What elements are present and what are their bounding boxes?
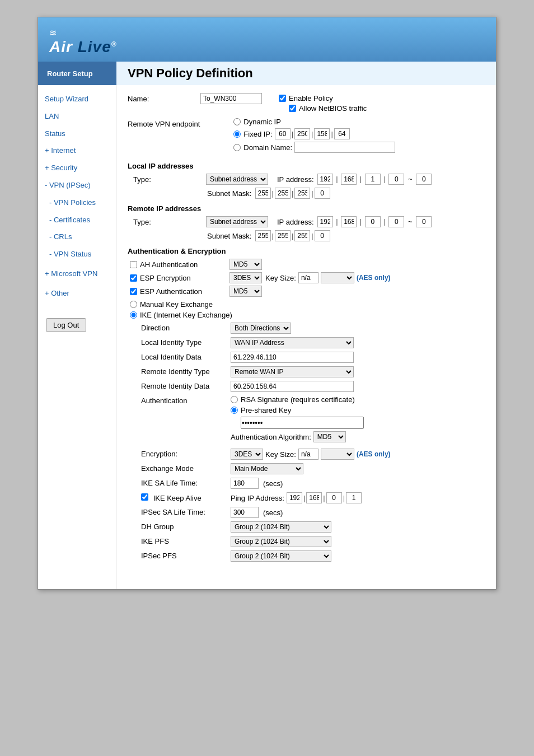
ike-pfs-value: Group 2 (1024 Bit) Group 1 (768 Bit) (231, 536, 331, 547)
ike-radio[interactable] (130, 311, 137, 319)
psk-input[interactable] (241, 417, 364, 429)
sidebar-item-microsoft-vpn[interactable]: + Microsoft VPN (38, 265, 116, 283)
fixed-ip-2[interactable] (294, 128, 310, 139)
remote-mask-1[interactable] (255, 230, 271, 241)
fixed-ip-radio[interactable] (233, 130, 241, 138)
ah-auth-checkbox[interactable] (130, 261, 137, 268)
ping-ip-2[interactable] (306, 492, 322, 503)
esp-auth-checkbox[interactable] (130, 288, 137, 295)
domain-name-input[interactable] (294, 142, 395, 153)
sidebar-item-certificates[interactable]: - Certificates (38, 212, 116, 229)
esp-enc-key-size-select[interactable] (321, 272, 354, 283)
fixed-ip-4[interactable] (334, 128, 350, 139)
sidebar-item-vpn-status[interactable]: - VPN Status (38, 246, 116, 263)
local-identity-data-label: Local Identity Data (141, 352, 231, 361)
logo-air: Air (49, 38, 78, 55)
preshared-radio[interactable] (231, 407, 238, 414)
ike-sa-life-value: (secs) (231, 478, 283, 489)
enc-key-size-select[interactable] (321, 449, 354, 460)
dh-group-label: DH Group (141, 521, 231, 531)
remote-ip-5[interactable] (416, 216, 432, 227)
ping-ip-4[interactable] (346, 492, 362, 503)
enable-policy-checkbox[interactable] (279, 95, 286, 102)
esp-enc-key-size[interactable] (298, 272, 318, 283)
ipsec-sa-secs-label: (secs) (263, 508, 283, 517)
dynamic-ip-radio[interactable] (233, 118, 241, 125)
manual-key-radio[interactable] (130, 301, 137, 308)
logo-live: Live (78, 38, 111, 55)
sidebar-item-status[interactable]: Status (38, 125, 116, 143)
exchange-mode-select[interactable]: Main Mode Aggressive Mode (231, 463, 303, 474)
local-type-select[interactable]: Subnet address (206, 174, 268, 185)
local-mask-label: Subnet Mask: (207, 189, 252, 198)
local-identity-type-select[interactable]: WAN IP Address Remote (231, 337, 354, 348)
rsa-sig-radio[interactable] (231, 396, 238, 403)
ike-sa-life-row: IKE SA Life Time: (secs) (141, 478, 485, 489)
sidebar-item-vpn-policies[interactable]: - VPN Policies (38, 194, 116, 212)
dh-group-select[interactable]: Group 2 (1024 Bit) Group 1 (768 Bit) (231, 521, 331, 533)
enc-key-size-label: Key Size: (265, 450, 296, 459)
ipsec-sa-life-input[interactable] (231, 507, 259, 518)
local-mask-3[interactable] (294, 188, 310, 199)
esp-enc-checkbox[interactable] (130, 274, 137, 282)
local-ip-4[interactable] (388, 174, 404, 185)
remote-ip-3[interactable] (365, 216, 381, 227)
allow-netbios-checkbox[interactable] (289, 105, 296, 112)
sidebar-item-setup-wizard[interactable]: Setup Wizard (38, 91, 116, 108)
header: ≋ Air Live® (38, 17, 496, 62)
enc-key-size-input[interactable] (298, 449, 318, 460)
local-identity-data-input[interactable] (231, 352, 354, 363)
direction-select[interactable]: Both Directions Initiator Responder (231, 323, 291, 334)
local-ip-2[interactable] (341, 174, 357, 185)
logo-antenna-icon: ≋ (49, 27, 57, 38)
sidebar-item-internet[interactable]: + Internet (38, 142, 116, 160)
remote-mask-3[interactable] (294, 230, 310, 241)
ping-ip-3[interactable] (326, 492, 342, 503)
local-ip-5[interactable] (416, 174, 432, 185)
sidebar-item-vpn-ipsec[interactable]: - VPN (IPSec) (38, 177, 116, 194)
ipsec-pfs-label: IPSec PFS (141, 550, 231, 560)
ipsec-pfs-value: Group 2 (1024 Bit) Group 1 (768 Bit) (231, 550, 331, 562)
nav-router-setup[interactable]: Router Setup (38, 62, 116, 85)
local-ip-3[interactable] (365, 174, 381, 185)
local-mask-2[interactable] (275, 188, 291, 199)
sidebar-item-security[interactable]: + Security (38, 160, 116, 177)
ah-auth-select[interactable]: MD5 SHA1 (229, 259, 262, 270)
local-mask-4[interactable] (315, 188, 330, 199)
sidebar-item-other[interactable]: + Other (38, 285, 116, 302)
remote-identity-data-input[interactable] (231, 381, 354, 392)
remote-ip-4[interactable] (388, 216, 404, 227)
fixed-ip-3[interactable] (314, 128, 330, 139)
dynamic-ip-row: Dynamic IP (233, 118, 395, 126)
remote-type-select[interactable]: Subnet address (206, 216, 268, 227)
ike-sa-secs-label: (secs) (263, 479, 283, 488)
esp-auth-select[interactable]: MD5 SHA1 (229, 286, 262, 297)
domain-name-radio[interactable] (233, 144, 241, 151)
fixed-ip-1[interactable] (275, 128, 291, 139)
esp-enc-select[interactable]: 3DES AES (229, 272, 262, 283)
remote-mask-2[interactable] (275, 230, 291, 241)
esp-enc-row: ESP Encryption 3DES AES Key Size: (AES o… (130, 272, 485, 283)
domain-name-label: Domain Name: (243, 143, 292, 152)
remote-mask-label: Subnet Mask: (207, 232, 252, 240)
logout-button[interactable]: Log Out (46, 318, 86, 332)
remote-mask-4[interactable] (315, 230, 330, 241)
ike-sa-life-input[interactable] (231, 478, 259, 489)
local-identity-type-value: WAN IP Address Remote (231, 337, 354, 348)
sidebar-item-crls[interactable]: - CRLs (38, 228, 116, 246)
ipsec-pfs-select[interactable]: Group 2 (1024 Bit) Group 1 (768 Bit) (231, 550, 331, 562)
remote-ip-1[interactable] (317, 216, 333, 227)
ike-pfs-select[interactable]: Group 2 (1024 Bit) Group 1 (768 Bit) (231, 536, 331, 547)
local-mask-1[interactable] (255, 188, 271, 199)
remote-identity-type-select[interactable]: Remote WAN IP (231, 366, 354, 377)
ike-row-main: IKE (Internet Key Exchange) (130, 311, 485, 319)
ike-keep-alive-checkbox[interactable] (141, 493, 148, 501)
enc-select[interactable]: 3DES AES (231, 449, 263, 460)
auth-algorithm-select[interactable]: MD5 SHA1 (313, 431, 346, 442)
key-size-label: Key Size: (265, 274, 296, 282)
remote-ip-2[interactable] (341, 216, 357, 227)
ping-ip-1[interactable] (287, 492, 302, 503)
local-ip-1[interactable] (317, 174, 333, 185)
name-input[interactable] (200, 93, 262, 104)
sidebar-item-lan[interactable]: LAN (38, 108, 116, 125)
